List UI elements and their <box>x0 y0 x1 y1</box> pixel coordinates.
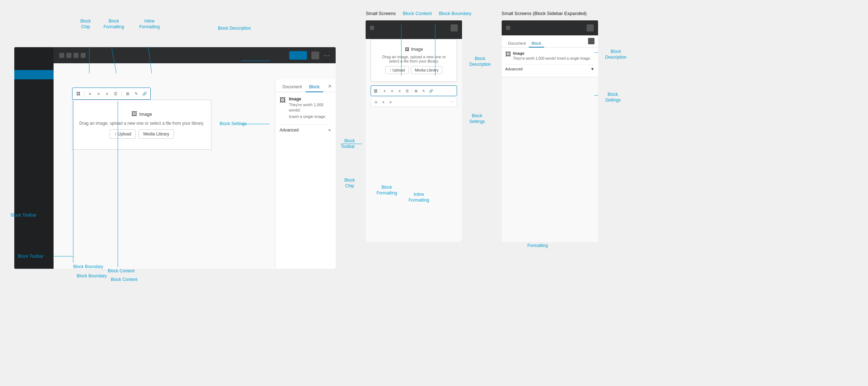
ss-toolbar-align-left[interactable]: ≡ <box>381 88 388 94</box>
main-content: 🖼 ≡ ≡ ≡ ☰ ⊞ ✎ 🔗 🖼 Image <box>54 63 336 269</box>
ss-toolbar-align-center[interactable]: ≡ <box>389 88 395 94</box>
large-screens-mockup: ⋯ 🖼 ≡ ≡ ≡ ☰ ⊞ ✎ 🔗 <box>14 47 336 269</box>
ss-extra-more-icon[interactable]: ⋯ <box>449 99 455 105</box>
formatting-annotation: Formatting <box>527 243 548 248</box>
sse-advanced-label: Advanced <box>505 67 523 71</box>
block-boundary-annotation: Block Boundary <box>77 273 107 278</box>
sse-tab-document[interactable]: Document <box>505 40 529 48</box>
ss-topbar-sq <box>451 24 458 31</box>
block-toolbar-annotation: Block Toolbar <box>11 213 36 218</box>
small-screens-expanded-mockup: Document Block 🖼 Image They're worth 1,0… <box>502 20 598 242</box>
topbar-dot-4 <box>81 53 86 58</box>
ss-extra-down-icon[interactable]: ∨ <box>387 99 393 105</box>
ss-extra-settings-icon[interactable]: ⊙ <box>373 99 379 105</box>
panel-block-info: Image They're worth 1,000 words! Insert … <box>289 96 331 119</box>
toolbar-link-icon[interactable]: 🔗 <box>141 90 148 97</box>
small-screens-mockup: 🖼 Image Drag an image, upload a new one … <box>366 20 462 242</box>
ss-main: 🖼 Image Drag an image, upload a new one … <box>366 39 462 242</box>
toolbar-table-icon[interactable]: ⊞ <box>124 90 131 97</box>
tab-block[interactable]: Block <box>306 82 323 92</box>
toolbar-separator-1 <box>84 91 84 96</box>
ss-toolbar-edit[interactable]: ✎ <box>420 88 427 94</box>
ss-block-content: 🖼 Image Drag an image, upload a new one … <box>371 39 457 82</box>
panel-block-description: 🖼 Image They're worth 1,000 words! Inser… <box>280 96 331 119</box>
inline-formatting-label: InlineFormatting <box>139 19 160 30</box>
topbar-dot-2 <box>66 53 71 58</box>
sse-panel-advanced[interactable]: Advanced ▼ <box>505 64 594 73</box>
ss-extra-up-icon[interactable]: ∧ <box>380 99 386 105</box>
block-toolbar: 🖼 ≡ ≡ ≡ ☰ ⊞ ✎ 🔗 <box>72 88 151 100</box>
upload-icon: ↑ <box>114 132 117 137</box>
ss-image-title: Image <box>411 47 423 52</box>
block-image-icon: 🖼 <box>131 111 137 117</box>
panel-tabs: Document Block ✕ <box>275 79 336 92</box>
sse-panel-block-desc: 🖼 Image They're worth 1,000 words! Inser… <box>505 51 594 61</box>
block-title-text: Image <box>139 112 152 117</box>
block-boundary-link[interactable]: Block Boundary <box>439 11 471 16</box>
ss-toolbar-image-icon[interactable]: 🖼 <box>372 88 379 94</box>
tab-document[interactable]: Document <box>279 82 306 92</box>
panel-close-button[interactable]: ✕ <box>328 83 332 92</box>
block-chip-label: BlockChip <box>80 19 91 30</box>
ss-upload-button[interactable]: ↑ Upload <box>385 66 408 74</box>
ss-toolbar-sep-1 <box>380 88 380 93</box>
sse-topbar <box>502 20 598 35</box>
panel-block-icon: 🖼 <box>280 96 286 119</box>
right-panel: Document Block ✕ 🖼 Image They're worth 1… <box>275 79 336 269</box>
advanced-label: Advanced <box>280 128 298 133</box>
toolbar-image-icon[interactable]: 🖼 <box>75 90 82 97</box>
block-action-buttons: ↑ Upload Media Library <box>110 129 174 139</box>
ss-block-title: 🖼 Image <box>405 47 423 52</box>
sse-panel-block-desc-text: They're worth 1,000 words! Insert a sing… <box>513 56 591 61</box>
toolbar-edit-icon[interactable]: ✎ <box>132 90 140 97</box>
topbar-dot-1 <box>59 53 64 58</box>
sse-panel-body: 🖼 Image They're worth 1,000 words! Inser… <box>502 48 598 77</box>
toolbar-align-center-icon[interactable]: ≡ <box>95 90 102 97</box>
ss-toolbar-link[interactable]: 🔗 <box>428 88 434 94</box>
block-content-annotation: Block Content <box>111 277 137 282</box>
sse-advanced-arrow: ▼ <box>591 67 594 71</box>
small-screens-label: Small Screens <box>366 11 396 16</box>
sse-panel-tabs: Document Block <box>502 35 598 48</box>
ss-media-library-button[interactable]: Media Library <box>411 66 443 74</box>
block-content-link[interactable]: Block Content <box>403 11 432 16</box>
block-image-description: Drag an image, upload a new one or selec… <box>79 121 204 126</box>
panel-block-desc-line2: Insert a single image. <box>289 114 331 119</box>
ss-toolbar-sep-2 <box>411 88 412 93</box>
ss-topbar-dot <box>370 26 374 30</box>
ss-block-formatting-annotation: BlockFormatting <box>376 185 397 196</box>
ss-block-buttons: ↑ Upload Media Library <box>385 66 442 74</box>
media-library-button[interactable]: Media Library <box>139 129 174 139</box>
topbar-dot-3 <box>74 53 79 58</box>
sse-topbar-dot <box>506 26 510 30</box>
ss-toolbar-table[interactable]: ⊞ <box>413 88 419 94</box>
block-content: 🖼 Image Drag an image, upload a new one … <box>72 100 211 150</box>
ss-block-chip-annotation: BlockChip <box>344 178 355 189</box>
upload-button[interactable]: ↑ Upload <box>110 129 136 139</box>
ss-image-icon: 🖼 <box>405 47 409 52</box>
sse-block-settings-annotation: BlockSettings <box>605 92 621 103</box>
block-formatting-label: BlockFormatting <box>104 19 124 30</box>
toolbar-separator-2 <box>121 91 122 96</box>
ss-inline-formatting-annotation: InlineFormatting <box>408 192 429 203</box>
topbar: ⋯ <box>54 47 336 63</box>
sidebar <box>14 47 54 269</box>
toolbar-align-justify-icon[interactable]: ☰ <box>112 90 119 97</box>
sse-panel-icon <box>588 38 594 44</box>
toolbar-align-right-icon[interactable]: ≡ <box>104 90 111 97</box>
block-image-title: 🖼 Image <box>131 111 152 117</box>
sse-tab-block[interactable]: Block <box>529 40 544 48</box>
toolbar-align-left-icon[interactable]: ≡ <box>86 90 94 97</box>
topbar-publish-button[interactable] <box>289 51 307 60</box>
panel-body: 🖼 Image They're worth 1,000 words! Inser… <box>275 92 336 140</box>
ss-block-settings-annotation: BlockSettings <box>469 113 485 124</box>
ss-block-toolbar: 🖼 ≡ ≡ ≡ ☰ ⊞ ✎ 🔗 <box>371 85 457 96</box>
sse-panel-block-icon: 🖼 <box>505 51 511 61</box>
advanced-arrow-icon: ▼ <box>328 128 331 132</box>
panel-advanced[interactable]: Advanced ▼ <box>280 124 331 135</box>
ss-block-description: Drag an image, upload a new one or selec… <box>378 55 450 63</box>
topbar-more-icon[interactable]: ⋯ <box>323 51 330 59</box>
topbar-settings-button[interactable] <box>311 51 319 59</box>
ss-toolbar-align-justify[interactable]: ☰ <box>404 88 410 94</box>
ss-toolbar-align-right[interactable]: ≡ <box>396 88 403 94</box>
